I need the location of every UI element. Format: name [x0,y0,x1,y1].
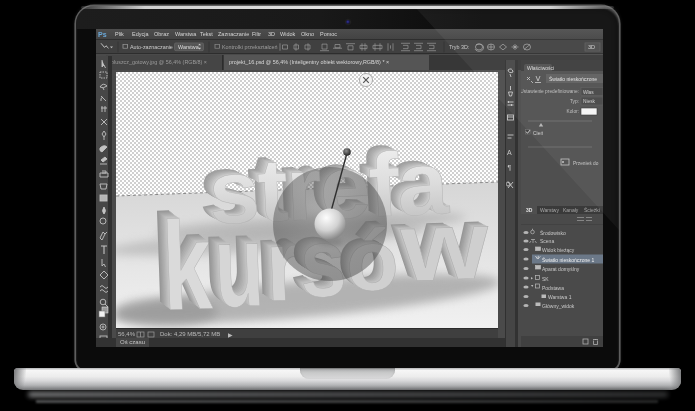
svg-text:Kontrolki przekształceń: Kontrolki przekształceń [222,45,278,49]
svg-text:¶: ¶ [508,164,512,171]
svg-text:Światło nieskończone 1: Światło nieskończone 1 [542,256,594,263]
svg-text:Warstwa 1: Warstwa 1 [548,294,572,300]
svg-text:Widok bieżący: Widok bieżący [542,247,575,253]
svg-text:Główny_widok: Główny_widok [542,303,575,309]
svg-text:Scena: Scena [540,238,554,244]
svg-text:SK: SK [542,276,549,282]
svg-text:A: A [507,149,512,156]
svg-text:Warstwa: Warstwa [178,45,199,49]
svg-text:Aparat domyślny: Aparat domyślny [542,266,580,272]
svg-text:Auto-zaznaczanie: Auto-zaznaczanie [130,45,173,49]
svg-text:Podstawa: Podstawa [542,285,564,291]
svg-text:Środowisko: Środowisko [540,229,566,236]
